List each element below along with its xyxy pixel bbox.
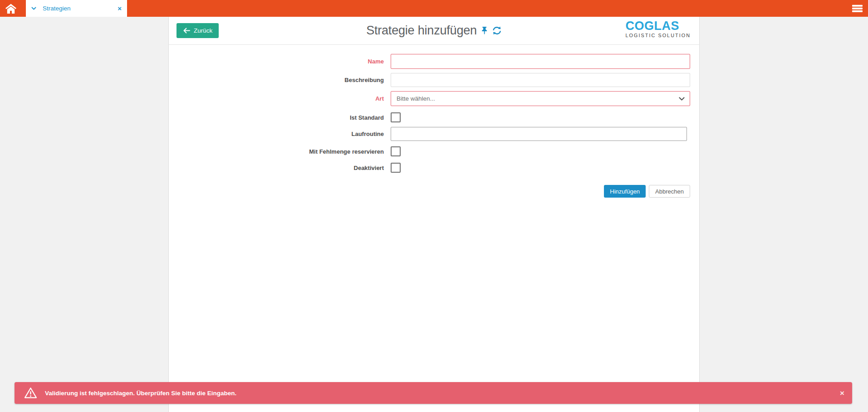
submit-button[interactable]: Hinzufügen [604,185,646,198]
back-button[interactable]: Zurück [177,23,219,38]
name-input[interactable] [391,54,690,69]
deaktiviert-checkbox[interactable] [391,163,401,173]
toast-close-icon[interactable]: × [840,389,844,397]
form-row-art: Art Bitte wählen... [169,91,690,106]
logo-name: COGLAS [626,20,691,32]
panel-header: Zurück Strategie hinzufügen [169,17,699,45]
pin-icon[interactable] [481,26,488,35]
art-select[interactable]: Bitte wählen... [391,91,690,106]
chevron-down-icon[interactable] [31,7,36,10]
tab-strategien[interactable]: Strategien × [26,0,127,17]
ist-standard-checkbox[interactable] [391,112,401,122]
select-chevron-icon [679,97,685,101]
content-panel: Zurück Strategie hinzufügen [168,17,700,412]
cancel-button[interactable]: Abbrechen [649,185,690,198]
form-row-beschreibung: Beschreibung [169,73,690,87]
form-actions: Hinzufügen Abbrechen [604,185,690,198]
ist-standard-label: Ist Standard [169,114,391,121]
fehlmenge-checkbox[interactable] [391,146,401,156]
home-icon [5,3,17,14]
fehlmenge-label: Mit Fehlmenge reservieren [169,148,391,155]
form-row-laufroutine: Laufroutine [169,127,687,141]
top-bar: Strategien × [0,0,868,17]
app-screen: Strategien × Zurück Strategie hinzufügen [0,0,868,412]
menu-icon[interactable] [852,4,863,13]
home-button[interactable] [0,0,22,17]
art-select-value: Bitte wählen... [391,95,679,102]
back-button-label: Zurück [194,27,212,34]
page-title: Strategie hinzufügen [366,24,477,38]
deaktiviert-label: Deaktiviert [169,165,391,171]
beschreibung-label: Beschreibung [169,77,391,83]
tab-label: Strategien [43,5,118,12]
form-row-fehlmenge: Mit Fehlmenge reservieren [169,146,401,156]
form-row-deaktiviert: Deaktiviert [169,163,401,173]
warning-icon [24,387,37,399]
tab-close-icon[interactable]: × [118,5,122,12]
laufroutine-input[interactable] [391,127,687,141]
toast-message: Validierung ist fehlgeschlagen. Überprüf… [45,390,236,397]
form-row-ist-standard: Ist Standard [169,112,401,122]
beschreibung-input[interactable] [391,73,690,87]
back-arrow-icon [183,28,190,34]
refresh-icon[interactable] [492,26,502,35]
logo-tagline: LOGISTIC SOLUTION [626,33,691,38]
laufroutine-label: Laufroutine [169,131,391,137]
title-area: Strategie hinzufügen [366,17,502,44]
form-row-name: Name [169,54,690,69]
name-label: Name [169,58,391,65]
error-toast: Validierung ist fehlgeschlagen. Überprüf… [15,382,852,404]
coglas-logo: COGLAS LOGISTIC SOLUTION [626,20,691,38]
art-label: Art [169,95,391,102]
